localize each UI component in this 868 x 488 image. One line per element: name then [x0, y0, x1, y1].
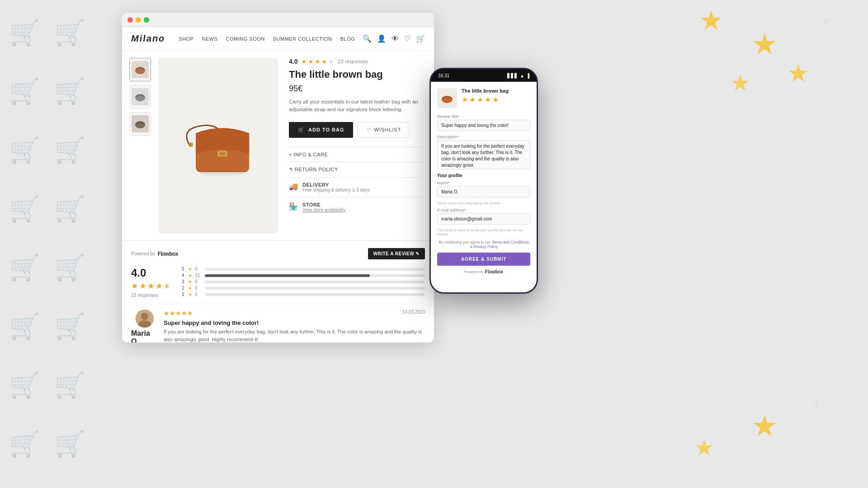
description-field[interactable]: If you are looking for the perfect every… [437, 140, 530, 169]
review-stars: ★★★★★ [164, 310, 193, 317]
return-policy-accordion[interactable]: ↰ RETURN POLICY [289, 162, 423, 177]
phone-product-name: The little brown bag [462, 88, 530, 94]
wishlist-button[interactable]: ♡ WISHLIST [358, 122, 410, 138]
deco-star-3: ★ [787, 59, 809, 88]
svg-rect-9 [219, 152, 225, 155]
bg-cart-3: 🛒 [9, 77, 40, 106]
thumbnail-1[interactable] [129, 58, 151, 81]
browser-titlebar [122, 13, 434, 27]
svg-point-7 [200, 170, 245, 175]
navigation: Milano SHOP NEWS COMING SOON SUMMER COLL… [122, 27, 434, 51]
phone-powered-by: Powered by Flowbox [437, 269, 530, 274]
product-thumbnails [129, 58, 151, 233]
cart-icon[interactable]: 🛒 [416, 34, 425, 43]
email-field[interactable]: maria.olsson@gmail.com [437, 213, 530, 225]
bar-row-2: 2 ★ 0 [182, 286, 425, 291]
overall-rating-block: 4.0 ★ ★ ★ ★ ★ ★ 23 responses [131, 267, 171, 298]
traffic-light-yellow[interactable] [136, 17, 141, 23]
overall-stars: ★ ★ ★ ★ ★ ★ [131, 281, 171, 291]
svg-point-12 [141, 313, 148, 320]
thumbnail-2[interactable] [129, 85, 151, 108]
reviewer-avatar [136, 310, 154, 328]
phone-product-stars: ★ ★ ★ ★ ★ [462, 95, 530, 104]
delivery-row: 🚚 DELIVERY Free shipping & delivery 1-3 … [289, 177, 423, 197]
phone-star-2: ★ [469, 95, 476, 104]
name-label: Name* [437, 181, 530, 185]
description-label: Description* [437, 135, 530, 139]
heart-icon[interactable]: ♡ [404, 34, 410, 43]
nav-summer-collection[interactable]: SUMMER COLLECTION [273, 36, 332, 42]
agree-submit-button[interactable]: AGREE & SUBMIT [437, 253, 530, 266]
store-icon: 🏪 [289, 202, 298, 211]
rating-stars: ★ ★ ★ ★ ★ [301, 58, 334, 65]
nav-icons: 🔍 👤 👁 ♡ 🛒 [363, 34, 425, 43]
bg-cart-16: 🛒 [54, 429, 85, 459]
reviews-section: Powered by Flowbox WRITE A REVIEW ✎ 4.0 … [122, 240, 434, 343]
nav-coming-soon[interactable]: COMING SOON [226, 36, 265, 42]
nav-links: SHOP NEWS COMING SOON SUMMER COLLECTION … [179, 36, 363, 42]
email-hint: The email is used to verify your profile… [437, 228, 530, 236]
deco-star-bottom-1: ★ [751, 409, 778, 443]
review-title: Super happy and loving the color! [164, 319, 425, 326]
deco-star-bottom-2: ★ [694, 435, 714, 461]
phone-time: 16:31 [438, 73, 449, 78]
star-3: ★ [315, 58, 321, 65]
product-description: Carry all your essentials in our latest … [289, 98, 423, 114]
bg-cart-4: 🛒 [54, 77, 85, 106]
rating-number: 4.0 [289, 58, 297, 65]
add-to-bag-button[interactable]: 🛒 ADD TO BAG [289, 122, 353, 138]
store-row: 🏪 STORE View store availability [289, 197, 423, 217]
nav-blog[interactable]: BLOG [340, 36, 355, 42]
review-top-row: ★★★★★ 14.03.2023 [164, 310, 425, 317]
review-text: If you are looking for the perfect every… [164, 328, 425, 343]
phone-screen: The little brown bag ★ ★ ★ ★ ★ Review ti… [431, 82, 537, 292]
browser-window: Milano SHOP NEWS COMING SOON SUMMER COLL… [122, 13, 434, 343]
phone-star-1: ★ [462, 95, 468, 104]
reviewer-name: Maria O. [131, 329, 158, 343]
product-price: 95€ [289, 84, 423, 94]
email-label: E-mail address* [437, 208, 530, 212]
bag-illustration [173, 105, 264, 186]
star-1: ★ [301, 58, 307, 65]
traffic-light-red[interactable] [127, 17, 133, 23]
review-date: 14.03.2023 [402, 310, 425, 314]
bg-cart-6: 🛒 [54, 136, 85, 165]
phone-flowbox-logo: Flowbox [485, 269, 504, 274]
rating-bars: 5 ★ 0 4 ★ 15 3 ★ 0 2 [182, 267, 425, 298]
phone-status-icons: ▋▋▋ ▲ ▐ [507, 73, 529, 78]
write-review-button[interactable]: WRITE A REVIEW ✎ [368, 248, 425, 259]
heart-icon-btn: ♡ [366, 127, 371, 133]
review-title-field[interactable]: Super happy and loving the color! [437, 120, 530, 131]
nav-shop[interactable]: SHOP [179, 36, 193, 42]
delivery-sub: Free shipping & delivery 1-3 days [302, 188, 369, 192]
name-field[interactable]: Maria O. [437, 186, 530, 197]
battery-icon: ▐ [526, 73, 529, 78]
name-hint: Name used when displaying the review [437, 201, 530, 205]
account-icon[interactable]: 👁 [392, 34, 399, 43]
phone-overlay: 16:31 ▋▋▋ ▲ ▐ The little brown bag [429, 68, 538, 294]
traffic-light-green[interactable] [144, 17, 149, 23]
phone-product-thumbnail [437, 88, 457, 108]
big-star-4: ★ [156, 281, 163, 291]
info-care-accordion[interactable]: + INFO & CARE [289, 147, 423, 162]
powered-by: Powered by Flowbox [131, 251, 178, 257]
search-icon[interactable]: 🔍 [363, 34, 372, 43]
delivery-icon: 🚚 [289, 182, 298, 191]
review-item: Maria O. ✓ Verified ★★★★★ 14.03.2023 Sup… [131, 304, 425, 343]
bg-cart-9: 🛒 [9, 253, 40, 282]
star-5: ★ [328, 58, 334, 65]
phone-status-bar: 16:31 ▋▋▋ ▲ ▐ [431, 69, 537, 82]
nav-news[interactable]: NEWS [202, 36, 218, 42]
bg-cart-7: 🛒 [9, 194, 40, 224]
nav-logo: Milano [131, 33, 165, 44]
delivery-label: DELIVERY [302, 182, 369, 188]
bar-row-3: 3 ★ 0 [182, 279, 425, 284]
store-availability-link[interactable]: View store availability [302, 207, 345, 212]
star-4: ★ [321, 58, 327, 65]
rating-row: 4.0 ★ ★ ★ ★ ★ 23 responses [289, 58, 423, 65]
bg-cart-11: 🛒 [9, 312, 40, 341]
thumbnail-3[interactable] [129, 112, 151, 136]
user-icon[interactable]: 👤 [377, 34, 386, 43]
total-responses: 23 responses [131, 293, 171, 298]
bg-cart-15: 🛒 [9, 429, 40, 459]
